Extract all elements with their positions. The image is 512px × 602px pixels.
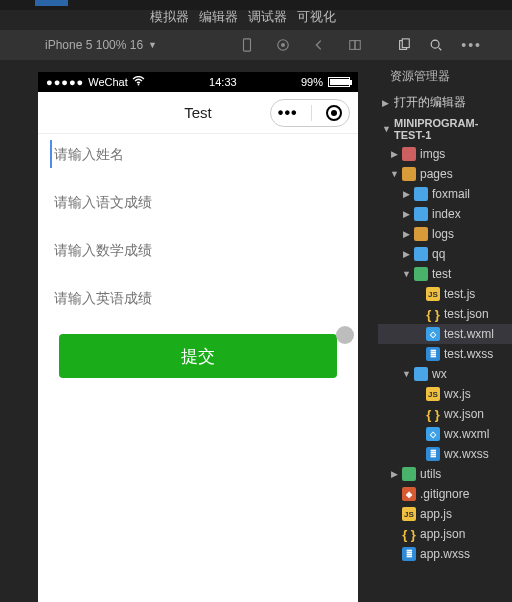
- carrier-label: WeChat: [88, 76, 128, 88]
- search-icon[interactable]: [429, 38, 443, 52]
- file-test-json[interactable]: ▶{ }test.json: [378, 304, 512, 324]
- record-icon[interactable]: [276, 38, 290, 52]
- svg-rect-3: [350, 41, 355, 50]
- file-wx-wxss[interactable]: ▶≣wx.wxss: [378, 444, 512, 464]
- toolbar-center-icons: [240, 30, 362, 60]
- file-test-wxss[interactable]: ▶≣test.wxss: [378, 344, 512, 364]
- submit-button[interactable]: 提交: [59, 334, 337, 378]
- submit-wrap: 提交: [50, 334, 346, 378]
- file-wx-json[interactable]: ▶{ }wx.json: [378, 404, 512, 424]
- project-section[interactable]: ▼ MINIPROGRAM-TEST-1: [378, 114, 512, 144]
- top-menu-bar: 模拟器 编辑器 调试器 可视化: [150, 6, 336, 28]
- nav-bar: Test •••: [38, 92, 358, 134]
- resize-knob-icon[interactable]: [336, 326, 354, 344]
- folder-wx[interactable]: ▼wx: [378, 364, 512, 384]
- svg-rect-6: [403, 39, 410, 48]
- math-input[interactable]: [50, 236, 346, 264]
- svg-line-8: [439, 48, 442, 51]
- page-title: Test: [184, 104, 212, 121]
- form-area: 提交: [38, 134, 358, 384]
- svg-rect-0: [244, 39, 251, 51]
- folder-qq[interactable]: ▶qq: [378, 244, 512, 264]
- menu-editor[interactable]: 编辑器: [199, 8, 238, 26]
- folder-pages[interactable]: ▼pages: [378, 164, 512, 184]
- avatar-slice: [35, 0, 68, 6]
- file-app-json[interactable]: ▶{ }app.json: [378, 524, 512, 544]
- folder-icon: [414, 227, 428, 241]
- folder-icon: [402, 167, 416, 181]
- clock-label: 14:33: [209, 76, 237, 88]
- file-gitignore[interactable]: ▶◆.gitignore: [378, 484, 512, 504]
- english-input[interactable]: [50, 284, 346, 312]
- chevron-down-icon[interactable]: ▼: [148, 40, 157, 50]
- menu-simulator[interactable]: 模拟器: [150, 8, 189, 26]
- js-icon: JS: [426, 287, 440, 301]
- layout-icon[interactable]: [348, 38, 362, 52]
- git-icon: ◆: [402, 487, 416, 501]
- folder-test[interactable]: ▼test: [378, 264, 512, 284]
- folder-index[interactable]: ▶index: [378, 204, 512, 224]
- svg-point-9: [137, 84, 139, 86]
- project-label: MINIPROGRAM-TEST-1: [394, 117, 508, 141]
- chevron-down-icon: ▼: [382, 124, 390, 134]
- json-icon: { }: [426, 307, 440, 321]
- more-icon[interactable]: •••: [461, 37, 482, 53]
- file-app-js[interactable]: ▶JSapp.js: [378, 504, 512, 524]
- folder-imgs[interactable]: ▶imgs: [378, 144, 512, 164]
- copy-icon[interactable]: [397, 38, 411, 52]
- svg-point-7: [431, 40, 439, 48]
- file-wx-wxml[interactable]: ▶◇wx.wxml: [378, 424, 512, 444]
- folder-icon: [402, 147, 416, 161]
- folder-icon: [402, 467, 416, 481]
- simulator-phone: ●●●●● WeChat 14:33 99% Test ••• 提交: [38, 72, 358, 602]
- capsule-buttons: •••: [270, 99, 350, 127]
- menu-debugger[interactable]: 调试器: [248, 8, 287, 26]
- device-selector[interactable]: iPhone 5 100% 16: [45, 38, 143, 52]
- status-bar: ●●●●● WeChat 14:33 99%: [38, 72, 358, 92]
- folder-icon: [414, 187, 428, 201]
- svg-point-2: [281, 43, 285, 47]
- battery-icon: [328, 77, 350, 87]
- menu-visualize[interactable]: 可视化: [297, 8, 336, 26]
- explorer-panel: 资源管理器 ▶ 打开的编辑器 ▼ MINIPROGRAM-TEST-1 ▶img…: [378, 60, 512, 602]
- signal-icon: ●●●●●: [46, 76, 84, 88]
- file-test-js[interactable]: ▶JStest.js: [378, 284, 512, 304]
- open-editors-label: 打开的编辑器: [394, 94, 466, 111]
- folder-logs[interactable]: ▶logs: [378, 224, 512, 244]
- wxss-icon: ≣: [402, 547, 416, 561]
- toolbar-right-icons: •••: [397, 30, 482, 60]
- folder-icon: [414, 247, 428, 261]
- file-test-wxml[interactable]: ▶◇test.wxml: [378, 324, 512, 344]
- file-wx-js[interactable]: ▶JSwx.js: [378, 384, 512, 404]
- folder-utils[interactable]: ▶utils: [378, 464, 512, 484]
- open-editors-section[interactable]: ▶ 打开的编辑器: [378, 91, 512, 114]
- folder-foxmail[interactable]: ▶foxmail: [378, 184, 512, 204]
- mobile-icon[interactable]: [240, 38, 254, 52]
- json-icon: { }: [402, 527, 416, 541]
- chevron-right-icon: ▶: [382, 98, 390, 108]
- capsule-divider: [311, 105, 312, 121]
- capsule-menu-icon[interactable]: •••: [278, 104, 298, 122]
- chinese-input[interactable]: [50, 188, 346, 216]
- folder-icon: [414, 267, 428, 281]
- wifi-icon: [132, 76, 145, 88]
- capsule-close-icon[interactable]: [326, 105, 342, 121]
- wxss-icon: ≣: [426, 347, 440, 361]
- battery-percent: 99%: [301, 76, 323, 88]
- json-icon: { }: [426, 407, 440, 421]
- js-icon: JS: [402, 507, 416, 521]
- file-tree: ▶imgs ▼pages ▶foxmail ▶index ▶logs ▶qq ▼…: [378, 144, 512, 564]
- toolbar: iPhone 5 100% 16 ▼ •••: [0, 30, 512, 60]
- svg-rect-4: [355, 41, 360, 50]
- js-icon: JS: [426, 387, 440, 401]
- folder-icon: [414, 367, 428, 381]
- file-app-wxss[interactable]: ▶≣app.wxss: [378, 544, 512, 564]
- wxml-icon: ◇: [426, 427, 440, 441]
- explorer-title: 资源管理器: [378, 60, 512, 91]
- folder-icon: [414, 207, 428, 221]
- wxml-icon: ◇: [426, 327, 440, 341]
- back-icon[interactable]: [312, 38, 326, 52]
- name-input[interactable]: [50, 140, 346, 168]
- wxss-icon: ≣: [426, 447, 440, 461]
